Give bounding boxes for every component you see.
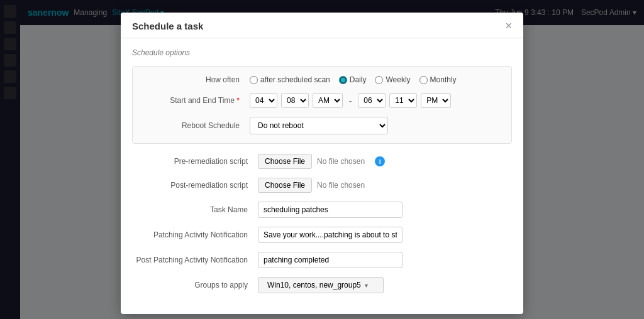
radio-weekly[interactable]: Weekly xyxy=(375,75,410,84)
start-end-time-label: Start and End Time xyxy=(143,96,250,105)
end-hour-select[interactable]: 060708 xyxy=(358,93,386,108)
radio-weekly-label: Weekly xyxy=(386,75,410,84)
time-separator: - xyxy=(349,96,352,105)
pre-remediation-choose-btn[interactable]: Choose File xyxy=(258,154,312,169)
groups-to-apply-label: Groups to apply xyxy=(132,281,258,289)
radio-after-scheduled-label: after scheduled scan xyxy=(260,75,330,84)
post-remediation-choose-btn[interactable]: Choose File xyxy=(258,178,312,193)
how-often-row: How often after scheduled scan Daily xyxy=(143,75,501,84)
modal-overlay: Schedule a task × Schedule options How o… xyxy=(0,0,644,319)
schedule-task-modal: Schedule a task × Schedule options How o… xyxy=(121,13,523,314)
section-options-label: Schedule options xyxy=(132,48,512,57)
radio-monthly-label: Monthly xyxy=(430,75,457,84)
patching-notification-row: Patching Activity Notification xyxy=(132,227,512,243)
close-button[interactable]: × xyxy=(505,20,512,31)
how-often-radio-group: after scheduled scan Daily Weekly xyxy=(250,75,457,84)
post-remediation-file-group: Choose File No file chosen xyxy=(258,178,365,193)
radio-monthly[interactable]: Monthly xyxy=(419,75,457,84)
start-minute-select[interactable]: 080910 xyxy=(281,93,309,108)
how-often-label: How often xyxy=(143,75,250,84)
task-name-row: Task Name xyxy=(132,202,512,218)
start-end-time-row: Start and End Time 040506 080910 AMPM - xyxy=(143,93,501,108)
time-controls: 040506 080910 AMPM - 060708 xyxy=(250,93,501,108)
chevron-down-icon: ▾ xyxy=(365,282,368,289)
radio-daily[interactable]: Daily xyxy=(339,75,367,84)
modal-header: Schedule a task × xyxy=(121,13,523,38)
task-name-input[interactable] xyxy=(258,202,402,218)
how-often-controls: after scheduled scan Daily Weekly xyxy=(250,75,501,84)
pre-remediation-no-file: No file chosen xyxy=(317,157,365,166)
start-hour-select[interactable]: 040506 xyxy=(250,93,277,108)
radio-after-scheduled[interactable]: after scheduled scan xyxy=(250,75,330,84)
post-remediation-no-file: No file chosen xyxy=(317,181,365,190)
pre-remediation-label: Pre-remediation script xyxy=(132,157,258,166)
pre-remediation-info-icon[interactable]: i xyxy=(375,156,385,166)
post-patching-notification-row: Post Patching Activity Notification xyxy=(132,252,512,268)
patching-notification-input[interactable] xyxy=(258,227,402,243)
modal-body: Schedule options How often after schedul… xyxy=(121,38,523,314)
radio-daily-label: Daily xyxy=(350,75,367,84)
post-remediation-label: Post-remediation script xyxy=(132,181,258,190)
modal-title: Schedule a task xyxy=(132,21,203,31)
reboot-controls: Do not reboot Reboot immediately Reboot … xyxy=(250,117,501,134)
post-remediation-row: Post-remediation script Choose File No f… xyxy=(132,178,512,193)
pre-remediation-file-group: Choose File No file chosen i xyxy=(258,154,385,169)
task-name-label: Task Name xyxy=(132,205,258,214)
reboot-select[interactable]: Do not reboot Reboot immediately Reboot … xyxy=(250,117,388,134)
reboot-schedule-row: Reboot Schedule Do not reboot Reboot imm… xyxy=(143,117,501,134)
end-ampm-select[interactable]: PMAM xyxy=(421,93,451,108)
reboot-schedule-label: Reboot Schedule xyxy=(143,121,250,130)
end-minute-select[interactable]: 111213 xyxy=(389,93,417,108)
groups-dropdown-button[interactable]: Win10, centos, new_group5 ▾ xyxy=(258,277,384,293)
groups-value: Win10, centos, new_group5 xyxy=(267,281,361,289)
patching-notification-label: Patching Activity Notification xyxy=(132,230,258,239)
post-patching-notification-label: Post Patching Activity Notification xyxy=(132,256,258,264)
schedule-options-box: How often after scheduled scan Daily xyxy=(132,66,512,144)
pre-remediation-row: Pre-remediation script Choose File No fi… xyxy=(132,154,512,169)
groups-to-apply-row: Groups to apply Win10, centos, new_group… xyxy=(132,277,512,293)
start-ampm-select[interactable]: AMPM xyxy=(313,93,343,108)
post-patching-notification-input[interactable] xyxy=(258,252,402,268)
